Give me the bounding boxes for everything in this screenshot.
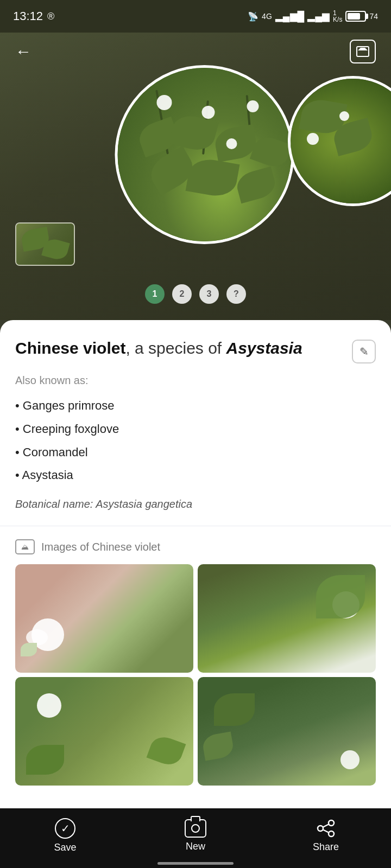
grid-image-3[interactable] <box>15 677 193 786</box>
image-grid <box>15 564 376 786</box>
indicator-1[interactable]: 1 <box>145 284 165 304</box>
indicator-2[interactable]: 2 <box>172 284 192 304</box>
images-title: Images of Chinese violet <box>41 541 160 553</box>
battery-indicator <box>345 11 366 22</box>
new-nav-item[interactable]: New <box>168 819 223 852</box>
save-nav-item[interactable]: ✓ Save <box>38 818 92 853</box>
signal-bars-2: ▂▄▆ <box>307 10 330 22</box>
svg-point-2 <box>329 831 334 837</box>
new-label: New <box>186 841 205 852</box>
status-left: 13:12 ® <box>13 9 54 23</box>
botanical-name-value: Asystasia gangetica <box>96 498 192 510</box>
alias-item-2: • Creeping foxglove <box>15 418 376 441</box>
alias-item-4: • Asystasia <box>15 464 376 487</box>
svg-point-1 <box>318 826 323 831</box>
section-divider <box>0 526 391 526</box>
genus-name: Asystasia <box>226 339 302 357</box>
species-title: Chinese violet, a species of Asystasia <box>15 337 352 359</box>
edit-icon: ✎ <box>360 345 369 358</box>
nav-bar: ← <box>0 33 391 71</box>
privacy-indicator: ® <box>47 11 54 22</box>
hero-area: ← <box>0 33 391 320</box>
images-header: Images of Chinese violet <box>15 539 376 554</box>
status-right: 📡 4G ▂▄▆█ ▂▄▆ 1K/s 74 <box>248 10 378 23</box>
battery-percent: 74 <box>369 12 378 21</box>
alias-item-3: • Coromandel <box>15 441 376 464</box>
signal-bars: ▂▄▆█ <box>275 10 305 22</box>
grid-image-4[interactable] <box>198 677 376 786</box>
data-speed: 1K/s <box>333 10 342 23</box>
new-camera-icon <box>185 819 206 838</box>
main-plant-image <box>115 65 294 244</box>
share-label: Share <box>313 841 339 853</box>
info-card: Chinese violet, a species of Asystasia ✎… <box>0 320 391 868</box>
back-button[interactable]: ← <box>15 42 31 61</box>
images-icon <box>15 539 35 554</box>
indicator-3[interactable]: 3 <box>199 284 219 304</box>
alias-list: • Ganges primrose • Creeping foxglove • … <box>15 394 376 487</box>
grid-image-1[interactable] <box>15 564 193 673</box>
page-indicators: 1 2 3 ? <box>145 284 246 304</box>
network-type: 4G <box>262 12 272 21</box>
alias-item-1: • Ganges primrose <box>15 394 376 418</box>
svg-line-4 <box>323 829 329 832</box>
connector-text: , a species of <box>125 339 226 357</box>
share-icon <box>316 819 336 838</box>
home-indicator <box>157 862 234 865</box>
edit-button[interactable]: ✎ <box>352 340 376 363</box>
signal-icon: 📡 <box>248 11 258 22</box>
save-icon: ✓ <box>55 818 75 839</box>
share-nav-item[interactable]: Share <box>299 819 353 853</box>
species-header: Chinese violet, a species of Asystasia ✎ <box>15 337 376 363</box>
back-icon: ← <box>15 42 31 60</box>
svg-line-3 <box>323 824 329 827</box>
svg-point-0 <box>329 820 334 826</box>
botanical-name: Botanical name: Asystasia gangetica <box>15 498 376 510</box>
thumbnail-image[interactable] <box>15 222 75 266</box>
also-known-label: Also known as: <box>15 374 376 387</box>
images-section: Images of Chinese violet <box>15 539 376 796</box>
save-label: Save <box>54 842 76 853</box>
grid-image-2[interactable] <box>198 564 376 673</box>
common-name: Chinese violet <box>15 339 125 357</box>
secondary-plant-image <box>288 76 391 206</box>
time-display: 13:12 <box>13 9 43 23</box>
status-bar: 13:12 ® 📡 4G ▂▄▆█ ▂▄▆ 1K/s 74 <box>0 0 391 33</box>
indicator-4[interactable]: ? <box>226 284 246 304</box>
camera-button[interactable] <box>350 40 376 63</box>
bottom-nav: ✓ Save New Share <box>0 808 391 868</box>
